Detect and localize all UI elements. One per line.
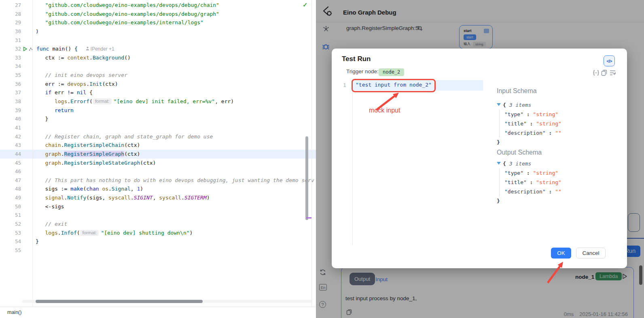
line-number: 33 [0, 53, 21, 62]
line-number: 42 [0, 132, 21, 141]
mock-input-code[interactable]: "test input from node_2" [356, 82, 432, 88]
copy-icon[interactable] [601, 70, 607, 76]
line-number: 37 [0, 88, 21, 97]
code-line: 40 } [0, 114, 316, 123]
output-schema-title: Output Schema [497, 149, 618, 156]
gutter-divider [32, 0, 33, 307]
code-line: 44 graph.RegisterSimpleGraph(ctx) [0, 150, 316, 159]
line-number: 53 [0, 229, 21, 237]
code-line: 33 ctx := context.Background() [0, 53, 316, 62]
schema-field: "type" : "string" [504, 110, 618, 119]
code-line: 30) [0, 27, 316, 36]
schema-field: "title" : "string" [504, 178, 618, 187]
collapse-arrow-icon[interactable] [497, 103, 501, 106]
line-number: 36 [0, 80, 21, 89]
code-line: 48 sigs := make(chan os.Signal, 1) [0, 184, 316, 193]
code-line: 34 [0, 62, 316, 71]
code-line: 53 logs.Infof(format:"[eino dev] shuttin… [0, 229, 316, 237]
line-number: 43 [0, 141, 21, 150]
schema-column: Input Schema { 3 items"type" : "string""… [497, 84, 618, 206]
line-number: 40 [0, 114, 21, 123]
code-line: 32func main() { IPender +1 [0, 45, 316, 53]
author-icon [86, 47, 89, 51]
code-editor[interactable]: 27 "github.com/cloudwego/eino-examples/d… [0, 0, 316, 318]
code-line: 31 [0, 36, 316, 45]
editor-horizontal-scrollbar-thumb[interactable] [36, 300, 203, 303]
author-hint[interactable]: IPender +1 [86, 46, 114, 52]
editor-statusbar: main() [0, 307, 316, 318]
code-line: 54} [0, 237, 316, 246]
schema-field: "title" : "string" [504, 119, 618, 128]
code-line: 47 // This part has nothing to do with e… [0, 176, 316, 185]
line-number: 54 [0, 237, 21, 246]
line-number: 29 [0, 18, 21, 27]
collapse-arrow-icon[interactable] [497, 162, 501, 165]
gutter-divider [352, 79, 353, 245]
line-number: 38 [0, 97, 21, 106]
braces-icon[interactable] [593, 70, 600, 76]
line-number: 34 [0, 62, 21, 71]
schema-field: "description" : "" [504, 128, 618, 138]
line-number: 28 [0, 10, 21, 19]
schema-field: "description" : "" [504, 187, 618, 196]
output-schema-tree[interactable]: { 3 items"type" : "string""title" : "str… [497, 159, 618, 206]
code-line: 27 "github.com/cloudwego/eino-examples/d… [0, 1, 316, 10]
code-line: 45 graph.RegisterSimpleStateGraph(ctx) [0, 159, 316, 167]
wrap-text-icon[interactable] [609, 70, 616, 76]
input-schema-tree[interactable]: { 3 items"type" : "string""title" : "str… [497, 100, 618, 147]
line-number: 30 [0, 27, 21, 36]
line-number: 41 [0, 123, 21, 132]
code-line: 50 <-sigs [0, 202, 316, 211]
line-number: 47 [0, 176, 21, 185]
code-line: 46 [0, 167, 316, 176]
code-line: 42 // Register chain, graph and state_gr… [0, 132, 316, 141]
line-number: 44 [0, 150, 21, 159]
line-number: 1 [341, 82, 348, 88]
cancel-button[interactable]: Cancel [576, 248, 606, 259]
scrollbar-marker [306, 217, 311, 218]
code-line: 39 return [0, 106, 316, 115]
run-icon[interactable] [23, 47, 28, 51]
code-lines: 27 "github.com/cloudwego/eino-examples/d… [0, 1, 316, 255]
line-number: 50 [0, 202, 21, 211]
line-number: 52 [0, 220, 21, 229]
line-number: 35 [0, 71, 21, 80]
eino-debug-panel: Eino Graph Debug graph.RegisterSimpleGra… [316, 0, 644, 318]
editor-vertical-scrollbar[interactable] [305, 136, 308, 220]
code-line: 38 logs.Errorf(format:"[eino dev] init f… [0, 97, 316, 106]
test-run-dialog: Test Run </> Trigger node: node_2 1 "tes… [332, 49, 627, 268]
code-line: 36 err := devops.Init(ctx) [0, 80, 316, 89]
line-number: 46 [0, 167, 21, 176]
code-line: 52 // exit [0, 220, 316, 229]
statusbar-context: main() [7, 310, 21, 315]
trigger-node-tag: node_2 [379, 68, 404, 76]
line-number: 32 [0, 45, 21, 53]
code-line: 37 if err != nil { [0, 88, 316, 97]
line-number: 48 [0, 184, 21, 193]
input-schema-title: Input Schema [497, 87, 618, 95]
code-line: 29 "github.com/cloudwego/eino-examples/i… [0, 18, 316, 27]
trigger-node-label: Trigger node: [346, 68, 379, 74]
code-line: 55 [0, 246, 316, 255]
code-view-toggle-button[interactable]: </> [604, 55, 615, 66]
line-number: 55 [0, 246, 21, 255]
schema-field: "type" : "string" [504, 168, 618, 178]
code-line: 41 [0, 123, 316, 132]
line-number: 51 [0, 211, 21, 220]
code-line: 35 // init eino devops server [0, 71, 316, 80]
parameter-hint: format: [93, 98, 112, 104]
ok-button[interactable]: OK [551, 248, 571, 259]
code-line: 51 [0, 211, 316, 220]
dialog-title: Test Run [342, 55, 371, 63]
code-line: 43 chain.RegisterSimpleChain(ctx) [0, 141, 316, 150]
line-number: 39 [0, 106, 21, 115]
parameter-hint: format: [80, 230, 99, 236]
inspection-check-icon[interactable]: ✓ [303, 1, 308, 8]
code-line: 49 signal.Notify(sigs, syscall.SIGINT, s… [0, 193, 316, 202]
code-line: 28 "github.com/cloudwego/eino-examples/d… [0, 10, 316, 19]
line-number: 27 [0, 1, 21, 10]
line-number: 45 [0, 159, 21, 167]
pane-divider [311, 0, 312, 307]
line-number: 31 [0, 36, 21, 45]
line-number: 49 [0, 193, 21, 202]
